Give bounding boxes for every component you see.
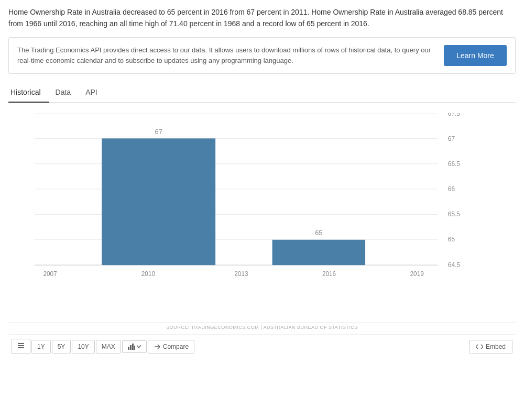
source-text: SOURCE: TRADINGECONOMICS.COM | AUSTRALIA… xyxy=(8,325,516,330)
svg-text:66: 66 xyxy=(448,185,455,193)
10y-button[interactable]: 10Y xyxy=(72,340,94,353)
chart-type-button[interactable] xyxy=(122,340,147,353)
compare-icon xyxy=(154,344,161,350)
bar-chart: 67 65 67.5 67 66.5 66 65.5 65 64.5 2007 … xyxy=(35,113,479,291)
description-text: Home Ownership Rate in Australia decreas… xyxy=(8,6,516,30)
1y-button[interactable]: 1Y xyxy=(31,340,51,353)
tab-historical[interactable]: Historical xyxy=(8,84,49,103)
toolbar: 1Y 5Y 10Y MAX Compare xyxy=(8,334,516,358)
svg-rect-27 xyxy=(132,344,134,350)
svg-text:65: 65 xyxy=(448,236,455,243)
svg-text:66.5: 66.5 xyxy=(448,160,460,168)
bar-2016 xyxy=(272,240,365,265)
compare-button[interactable]: Compare xyxy=(148,340,194,353)
svg-text:2010: 2010 xyxy=(141,270,156,278)
tabs-container: Historical Data API xyxy=(8,83,516,103)
learn-more-button[interactable]: Learn More xyxy=(444,45,507,66)
grid-icon xyxy=(17,342,25,349)
svg-text:65: 65 xyxy=(315,229,322,237)
max-button[interactable]: MAX xyxy=(96,340,121,353)
5y-button[interactable]: 5Y xyxy=(52,340,71,353)
api-banner: The Trading Economics API provides direc… xyxy=(8,37,516,74)
bar-2010 xyxy=(102,138,215,265)
tab-data[interactable]: Data xyxy=(53,84,80,103)
svg-rect-28 xyxy=(134,346,135,350)
svg-text:64.5: 64.5 xyxy=(448,261,460,269)
svg-rect-26 xyxy=(130,345,132,350)
svg-rect-25 xyxy=(128,347,129,350)
chart-area: 67 65 67.5 67 66.5 66 65.5 65 64.5 2007 … xyxy=(8,103,516,323)
svg-rect-22 xyxy=(18,343,24,344)
svg-text:2019: 2019 xyxy=(410,270,424,278)
api-banner-text: The Trading Economics API provides direc… xyxy=(17,45,433,66)
svg-text:65.5: 65.5 xyxy=(448,211,460,218)
svg-text:2013: 2013 xyxy=(234,270,248,278)
bar-chart-icon xyxy=(128,344,135,350)
tab-api[interactable]: API xyxy=(83,84,106,103)
svg-rect-24 xyxy=(18,347,24,348)
chevron-down-icon xyxy=(137,345,141,348)
embed-button[interactable]: Embed xyxy=(469,340,512,353)
svg-text:67.5: 67.5 xyxy=(448,113,460,117)
svg-text:2016: 2016 xyxy=(322,270,336,278)
embed-icon xyxy=(476,344,483,350)
svg-text:2007: 2007 xyxy=(43,270,57,278)
svg-text:67: 67 xyxy=(448,135,455,142)
svg-rect-23 xyxy=(18,345,24,346)
list-view-button[interactable] xyxy=(12,339,30,354)
svg-text:67: 67 xyxy=(155,128,162,136)
